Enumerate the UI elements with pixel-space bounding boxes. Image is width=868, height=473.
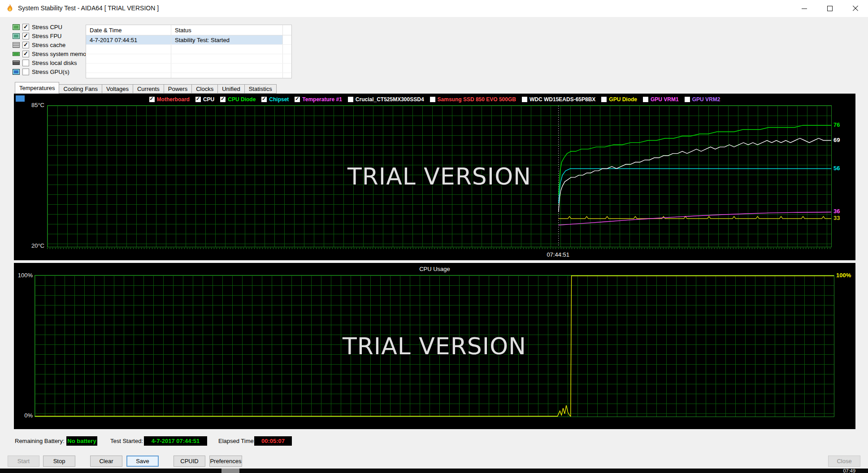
cpu-usage-title: CPU Usage: [14, 266, 855, 272]
table-row[interactable]: [86, 64, 291, 73]
clear-button[interactable]: Clear: [90, 456, 122, 467]
log-column-spacer: [283, 25, 291, 35]
stress-option-stress-cpu[interactable]: Stress CPU: [13, 22, 91, 31]
legend-checkbox[interactable]: [295, 97, 300, 102]
temperature-legend: MotherboardCPUCPU DiodeChipsetTemperatur…: [14, 95, 855, 103]
legend-checkbox[interactable]: [149, 97, 155, 102]
checkbox-stress-local-disks[interactable]: [22, 60, 29, 66]
stress-option-stress-cache[interactable]: Stress cache: [13, 40, 91, 49]
stress-options-list: Stress CPUStress FPUStress cacheStress s…: [13, 22, 91, 76]
cpu-usage-series-svg: [35, 275, 834, 417]
aida64-flame-icon: [5, 4, 14, 13]
tab-currents[interactable]: Currents: [133, 84, 164, 94]
stress-option-stress-system-memory[interactable]: Stress system memory: [13, 49, 91, 58]
legend-checkbox[interactable]: [643, 97, 648, 102]
legend-label: GPU VRM2: [692, 96, 720, 103]
legend-gpu-vrm1[interactable]: GPU VRM1: [643, 96, 679, 103]
caption-buttons: [791, 0, 868, 17]
y-axis-max-label: 100%: [13, 272, 33, 279]
series-value-cpu-usage: 100%: [836, 272, 851, 279]
temperatures-series-svg: [48, 106, 831, 247]
temperature-plot: TRIAL VERSION: [47, 105, 832, 247]
tab-unified[interactable]: Unified: [217, 84, 244, 94]
table-row[interactable]: 4-7-2017 07:44:51Stability Test: Started: [86, 35, 291, 45]
checkbox-stress-cpu[interactable]: [22, 24, 29, 30]
checkbox-stress-gpu-s[interactable]: [22, 69, 29, 75]
legend-checkbox[interactable]: [685, 97, 690, 102]
window-content: Stress CPUStress FPUStress cacheStress s…: [0, 17, 868, 469]
log-column-status[interactable]: Status: [171, 25, 283, 35]
taskbar-app-button[interactable]: [221, 469, 239, 473]
chart-scrollbar-thumb[interactable]: [16, 95, 25, 102]
table-cell: [86, 64, 171, 73]
x-axis-ticks: [47, 248, 832, 249]
legend-motherboard[interactable]: Motherboard: [149, 96, 190, 103]
time-marker-label: 07:44:51: [547, 251, 569, 258]
legend-gpu-vrm2[interactable]: GPU VRM2: [685, 96, 720, 103]
legend-chipset[interactable]: Chipset: [261, 96, 289, 103]
checkbox-stress-cache[interactable]: [22, 42, 29, 48]
table-cell: [283, 73, 291, 78]
stop-button[interactable]: Stop: [43, 456, 75, 467]
status-bar: Remaining Battery: No battery Test Start…: [0, 436, 868, 446]
legend-label: Temperature #1: [302, 96, 342, 103]
cache-icon: [13, 42, 20, 48]
stress-option-stress-local-disks[interactable]: Stress local disks: [13, 58, 91, 67]
checkbox-stress-fpu[interactable]: [22, 33, 29, 39]
table-row[interactable]: [86, 45, 291, 54]
legend-checkbox[interactable]: [522, 97, 527, 102]
legend-checkbox[interactable]: [195, 97, 201, 102]
y-axis-min-label: 0%: [13, 412, 33, 419]
legend-wdc-wd15eads-65p8bx[interactable]: WDC WD15EADS-65P8BX: [522, 96, 595, 103]
tab-temperatures[interactable]: Temperatures: [15, 82, 59, 94]
stress-option-stress-fpu[interactable]: Stress FPU: [13, 31, 91, 40]
legend-checkbox[interactable]: [348, 97, 353, 102]
save-button[interactable]: Save: [126, 456, 159, 467]
tab-statistics[interactable]: Statistics: [244, 84, 277, 94]
stress-option-label: Stress cache: [32, 42, 65, 48]
aida64-stability-test-window: System Stability Test - AIDA64 [ TRIAL V…: [0, 0, 868, 473]
legend-samsung-ssd-850-evo-500gb[interactable]: Samsung SSD 850 EVO 500GB: [430, 96, 516, 103]
stress-option-label: Stress CPU: [32, 24, 62, 30]
cpu-usage-chart-panel: CPU Usage 100% 0% TRIAL VERSION 100%: [14, 263, 855, 429]
legend-checkbox[interactable]: [220, 97, 226, 102]
table-row[interactable]: [86, 54, 291, 64]
start-button[interactable]: Start: [8, 456, 39, 467]
close-icon: [852, 5, 859, 12]
legend-temperature-1[interactable]: Temperature #1: [295, 96, 342, 103]
table-cell: [283, 64, 291, 73]
button-row: Start Stop Clear Save CPUID Preferences …: [0, 456, 868, 467]
log-table-header: Date & Time Status: [86, 25, 291, 35]
legend-checkbox[interactable]: [430, 97, 435, 102]
legend-gpu-diode[interactable]: GPU Diode: [601, 96, 637, 103]
table-row[interactable]: [86, 73, 291, 78]
close-window-button[interactable]: [842, 0, 868, 17]
minimize-button[interactable]: [791, 0, 817, 17]
tab-powers[interactable]: Powers: [164, 84, 192, 94]
checkbox-stress-system-memory[interactable]: [22, 51, 29, 57]
tab-clocks[interactable]: Clocks: [191, 84, 218, 94]
restore-button[interactable]: [817, 0, 842, 17]
table-cell: [283, 35, 291, 44]
table-cell: [86, 73, 171, 78]
taskbar-sliver: 07:49: [0, 469, 868, 473]
legend-checkbox[interactable]: [601, 97, 607, 102]
y-axis-min-label: 20°C: [25, 242, 44, 249]
tab-voltages[interactable]: Voltages: [102, 84, 133, 94]
tab-cooling-fans[interactable]: Cooling Fans: [59, 84, 102, 94]
legend-checkbox[interactable]: [261, 97, 267, 102]
test-started-value: 4-7-2017 07:44:51: [144, 436, 207, 446]
preferences-button[interactable]: Preferences: [209, 456, 242, 467]
legend-label: CPU: [203, 96, 214, 103]
close-button[interactable]: Close: [828, 456, 860, 467]
table-cell: [171, 54, 283, 63]
legend-cpu-diode[interactable]: CPU Diode: [220, 96, 256, 103]
legend-cpu[interactable]: CPU: [195, 96, 214, 103]
log-column-datetime[interactable]: Date & Time: [86, 25, 171, 35]
legend-label: Chipset: [269, 96, 289, 103]
legend-crucial-ct525mx300ssd4[interactable]: Crucial_CT525MX300SSD4: [348, 96, 424, 103]
cpuid-button[interactable]: CPUID: [174, 456, 205, 467]
disk-icon: [13, 60, 20, 65]
table-cell: [171, 64, 283, 73]
stress-option-stress-gpu-s[interactable]: Stress GPU(s): [13, 67, 91, 76]
